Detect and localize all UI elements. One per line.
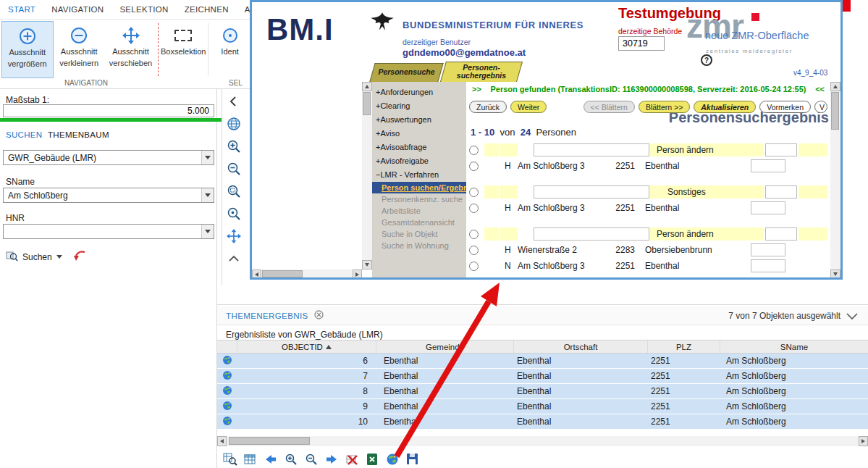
tab-suchen[interactable]: SUCHEN xyxy=(6,130,42,139)
row-globe-icon[interactable] xyxy=(217,370,237,383)
zoom-table-icon[interactable] xyxy=(221,451,239,467)
theme-select[interactable]: GWR_Gebäude (LMR) xyxy=(3,150,214,165)
menu-item-aviso[interactable]: +Aviso xyxy=(372,127,466,141)
box-selection-button[interactable]: Boxselektion xyxy=(160,21,206,78)
chevron-down-icon[interactable] xyxy=(201,188,214,202)
person-radio[interactable] xyxy=(469,162,479,171)
person-action[interactable]: Person ändern xyxy=(649,143,764,156)
menu-item-gesamtdaten[interactable]: Gesamtdatenansicht xyxy=(372,217,466,228)
next-button[interactable]: Weiter xyxy=(510,101,547,113)
row-globe-icon[interactable] xyxy=(217,401,237,413)
zoom-center-icon[interactable] xyxy=(226,206,242,222)
menu-item-clearing[interactable]: +Clearing xyxy=(372,99,466,113)
chevron-down-icon[interactable] xyxy=(846,309,858,322)
sname-select[interactable]: Am Schloßberg xyxy=(3,188,214,203)
zoom-out-extent-button[interactable]: Ausschnitt verkleinern xyxy=(54,21,105,78)
zoom-window-icon[interactable] xyxy=(226,183,242,199)
refresh-button[interactable]: Aktualisieren xyxy=(694,101,756,113)
address-input[interactable] xyxy=(751,259,785,272)
menu-item-suche-objekt[interactable]: Suche in Objekt xyxy=(372,228,466,240)
tab-start[interactable]: START xyxy=(0,5,43,14)
zoom-out-icon[interactable] xyxy=(226,161,242,177)
arrow-left-icon[interactable] xyxy=(261,451,279,467)
clipped-button[interactable]: V xyxy=(814,101,827,113)
collapse-left-icon[interactable] xyxy=(226,93,242,109)
table-row[interactable]: 10 Ebenthal Ebenthal 2251 Am Schloßberg xyxy=(217,414,868,430)
person-action[interactable]: Person ändern xyxy=(649,227,764,241)
tab-personensuchergebnis[interactable]: Personen-suchergebnis xyxy=(443,62,520,82)
person-radio[interactable] xyxy=(469,230,479,239)
save-icon[interactable] xyxy=(403,451,421,467)
left-frame-vscrollbar[interactable] xyxy=(362,82,372,269)
table-row[interactable]: 6 Ebenthal Ebenthal 2251 Am Schloßberg xyxy=(217,354,868,369)
person-radio[interactable] xyxy=(469,262,479,271)
person-action[interactable]: Sonstiges xyxy=(649,185,764,199)
tab-selektion[interactable]: SELEKTION xyxy=(111,5,176,14)
column-objectid[interactable]: OBJECTID xyxy=(237,340,376,353)
address-input[interactable] xyxy=(751,159,785,172)
zoom-in-extent-button[interactable]: Ausschnitt vergrößern xyxy=(1,21,54,78)
address-input[interactable] xyxy=(751,201,785,214)
expand-icon[interactable] xyxy=(226,228,242,244)
left-frame-hscrollbar[interactable] xyxy=(252,269,362,279)
menu-item-auswertungen[interactable]: +Auswertungen xyxy=(372,113,466,127)
scale-input[interactable] xyxy=(3,104,214,117)
table-icon[interactable] xyxy=(241,451,259,467)
column-gemeinde[interactable]: Gemeinde xyxy=(376,340,514,353)
menu-item-personenkennz[interactable]: Personenkennz. suche xyxy=(372,193,466,205)
menu-item-avisofreigabe[interactable]: +Avisofreigabe xyxy=(372,154,466,168)
person-radio[interactable] xyxy=(469,204,479,213)
authority-input[interactable] xyxy=(618,36,665,51)
identify-button[interactable]: Ident xyxy=(210,21,250,78)
back-button[interactable]: Zurück xyxy=(469,101,507,113)
row-globe-icon[interactable] xyxy=(217,355,237,367)
row-globe-icon[interactable] xyxy=(217,416,237,428)
tab-navigation[interactable]: NAVIGATION xyxy=(43,5,111,14)
close-icon[interactable] xyxy=(314,309,324,322)
zmr-window[interactable]: BM.I BUNDESMINISTERIUM FÜR INNERES derze… xyxy=(250,0,843,280)
table-row[interactable]: 9 Ebenthal Ebenthal 2251 Am Schloßberg xyxy=(217,399,868,414)
excel-export-icon[interactable] xyxy=(363,451,381,467)
menu-item-arbeitsliste[interactable]: Arbeitsliste xyxy=(372,205,466,217)
column-sname[interactable]: SName xyxy=(720,340,868,353)
row-globe-icon[interactable] xyxy=(217,385,237,398)
scroll-up-icon[interactable] xyxy=(226,251,242,267)
menu-item-person-suchen[interactable]: Person suchen/Ergebn xyxy=(372,182,466,193)
column-ortschaft[interactable]: Ortschaft xyxy=(514,340,648,353)
bookmark-button[interactable]: Vormerken xyxy=(759,101,811,113)
help-icon[interactable]: ? xyxy=(701,54,712,66)
menu-item-avisoabfrage[interactable]: +Avisoabfrage xyxy=(372,141,466,154)
person-radio[interactable] xyxy=(469,188,479,197)
person-radio[interactable] xyxy=(469,146,479,155)
hnr-select[interactable] xyxy=(3,224,214,239)
arrow-right-icon[interactable] xyxy=(322,451,340,467)
person-radio[interactable] xyxy=(469,246,479,255)
page-next-button[interactable]: Blättern >> xyxy=(639,101,690,113)
chevron-down-icon[interactable] xyxy=(56,255,62,259)
table-hscrollbar[interactable] xyxy=(217,436,868,446)
tab-zeichnen[interactable]: ZEICHNEN xyxy=(177,5,237,14)
tab-themenbaum[interactable]: THEMENBAUM xyxy=(48,130,109,139)
address-input[interactable] xyxy=(751,243,785,256)
page-back-button[interactable]: << Blättern xyxy=(583,101,635,113)
menu-item-anforderungen[interactable]: +Anforderungen xyxy=(372,85,466,99)
menu-item-lmr-verfahren[interactable]: −LMR - Verfahren xyxy=(372,168,466,182)
table-row[interactable]: 7 Ebenthal Ebenthal 2251 Am Schloßberg xyxy=(217,369,868,384)
clear-selection-icon[interactable] xyxy=(342,451,361,467)
pan-extent-button[interactable]: Ausschnitt verschieben xyxy=(105,21,156,78)
menu-item-suche-wohnung[interactable]: Suche in Wohnung xyxy=(372,240,466,251)
globe-icon[interactable] xyxy=(383,451,401,467)
chevron-down-icon[interactable] xyxy=(201,225,214,238)
column-plz[interactable]: PLZ xyxy=(648,340,720,353)
suchen-button[interactable]: Suchen xyxy=(22,252,52,262)
zoom-out-icon[interactable] xyxy=(302,451,320,467)
chevron-down-icon[interactable] xyxy=(201,151,214,164)
zoom-in-icon[interactable] xyxy=(282,451,300,467)
undo-red-arrow-icon[interactable] xyxy=(74,250,87,264)
globe-icon[interactable] xyxy=(226,116,242,132)
zoom-in-icon[interactable] xyxy=(226,138,242,154)
zmr-vscrollbar[interactable] xyxy=(830,82,840,279)
tab-personensuche[interactable]: Personensuche xyxy=(372,63,441,82)
cell-plz: 2251 xyxy=(648,386,720,396)
table-row[interactable]: 8 Ebenthal Ebenthal 2251 Am Schloßberg xyxy=(217,384,868,399)
